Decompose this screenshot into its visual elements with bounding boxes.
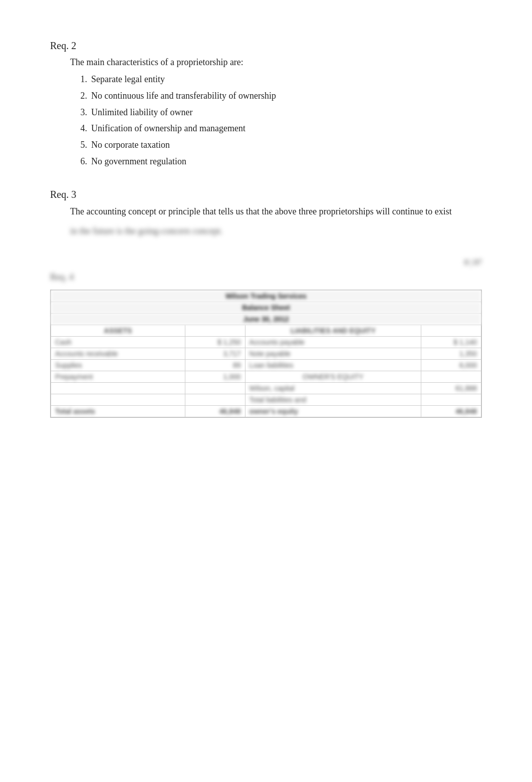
equity-label-capital: Wilson, capital (245, 383, 421, 394)
total-liabilities-value: 46,848 (421, 406, 481, 417)
req2-section: Req. 2 The main characteristics of a pro… (50, 40, 482, 169)
date-row: June 30, 2012 (51, 314, 481, 325)
balance-row: Supplies 89 Loan liabilities 6,000 (51, 360, 481, 371)
total-assets-value: 46,848 (185, 406, 245, 417)
balance-row: Accounts receivable 3,717 Note payable 1… (51, 348, 481, 360)
asset-blank2 (51, 394, 185, 406)
req2-label: Req. 2 (50, 40, 482, 52)
asset-blank (51, 383, 185, 394)
asset-label-supplies: Supplies (51, 360, 185, 371)
characteristics-list: 1. Separate legal entity 2. No continuou… (75, 72, 482, 169)
liability-label-ap: Accounts payable (245, 337, 421, 348)
liability-value-np: 1,350 (421, 348, 481, 360)
balance-row: Cash $ 1,250 Accounts payable $ 1,140 (51, 337, 481, 348)
asset-blank-val (185, 383, 245, 394)
item-text: Unification of ownership and management (91, 121, 245, 136)
liabilities-header: LIABILITIES AND EQUITY (245, 325, 421, 337)
item-num: 6. (75, 154, 87, 169)
req2-body: The main characteristics of a proprietor… (70, 56, 482, 169)
balance-sheet-wrapper: Wilson Trading Services Balance Sheet Ju… (50, 290, 482, 418)
col-headers-row: ASSETS LIABILITIES AND EQUITY (51, 325, 481, 337)
page-number-area: 8 | 87 (50, 258, 482, 267)
asset-blank2-val (185, 394, 245, 406)
page-number: 8 | 87 (464, 258, 482, 267)
sheet-name-row: Balance Sheet (51, 302, 481, 314)
req3-blurred: in the future is the going-concern conce… (70, 224, 482, 238)
sheet-name: Balance Sheet (51, 302, 481, 314)
balance-row: Wilson, capital 61,888 (51, 383, 481, 394)
item-text: No government regulation (91, 154, 186, 169)
req3-blurred-text: in the future is the going-concern conce… (70, 226, 222, 236)
total-liabilities-and-equity-label: owner's equity (245, 406, 421, 417)
total-liab-label: Total liabilities and (245, 394, 421, 406)
list-item: 2. No continuous life and transferabilit… (75, 89, 482, 103)
req2-intro: The main characteristics of a proprietor… (70, 56, 482, 69)
req4-label: Req. 4 (50, 272, 74, 283)
liability-label-np: Note payable (245, 348, 421, 360)
req4-section: Req. 4 Wilson Trading Services Balance S… (50, 272, 482, 418)
item-num: 2. (75, 89, 87, 103)
item-text: Unlimited liability of owner (91, 105, 192, 120)
liability-label-ll: Loan liabilities (245, 360, 421, 371)
req3-label: Req. 3 (50, 189, 482, 200)
sheet-date: June 30, 2012 (51, 314, 481, 325)
req3-intro: The accounting concept or principle that… (70, 204, 482, 219)
asset-value-prepay: 1,000 (185, 371, 245, 383)
total-assets-label: Total assets (51, 406, 185, 417)
asset-label-cash: Cash (51, 337, 185, 348)
asset-value-supplies: 89 (185, 360, 245, 371)
liability-value-ll: 6,000 (421, 360, 481, 371)
total-liab-blank (421, 394, 481, 406)
item-text: Separate legal entity (91, 72, 165, 87)
assets-header: ASSETS (51, 325, 185, 337)
asset-value-cash: $ 1,250 (185, 337, 245, 348)
company-row: Wilson Trading Services (51, 291, 481, 302)
balance-sheet-table: Wilson Trading Services Balance Sheet Ju… (51, 290, 481, 417)
item-text: No corporate taxation (91, 138, 170, 152)
equity-header-blank (421, 371, 481, 383)
assets-amount-header (185, 325, 245, 337)
equity-header: OWNER'S EQUITY (245, 371, 421, 383)
liabilities-amount-header (421, 325, 481, 337)
item-num: 4. (75, 121, 87, 136)
asset-label-ar: Accounts receivable (51, 348, 185, 360)
list-item: 1. Separate legal entity (75, 72, 482, 87)
item-num: 5. (75, 138, 87, 152)
balance-row: Total liabilities and (51, 394, 481, 406)
asset-value-ar: 3,717 (185, 348, 245, 360)
req3-section: Req. 3 The accounting concept or princip… (50, 189, 482, 238)
list-item: 5. No corporate taxation (75, 138, 482, 152)
item-num: 1. (75, 72, 87, 87)
req3-body: The accounting concept or principle that… (70, 204, 482, 238)
list-item: 3. Unlimited liability of owner (75, 105, 482, 120)
equity-value-capital: 61,888 (421, 383, 481, 394)
totals-row: Total assets 46,848 owner's equity 46,84… (51, 406, 481, 417)
list-item: 6. No government regulation (75, 154, 482, 169)
balance-row: Prepayment 1,000 OWNER'S EQUITY (51, 371, 481, 383)
item-num: 3. (75, 105, 87, 120)
company-name: Wilson Trading Services (51, 291, 481, 302)
item-text: No continuous life and transferability o… (91, 89, 276, 103)
liability-value-ap: $ 1,140 (421, 337, 481, 348)
list-item: 4. Unification of ownership and manageme… (75, 121, 482, 136)
asset-label-prepay: Prepayment (51, 371, 185, 383)
